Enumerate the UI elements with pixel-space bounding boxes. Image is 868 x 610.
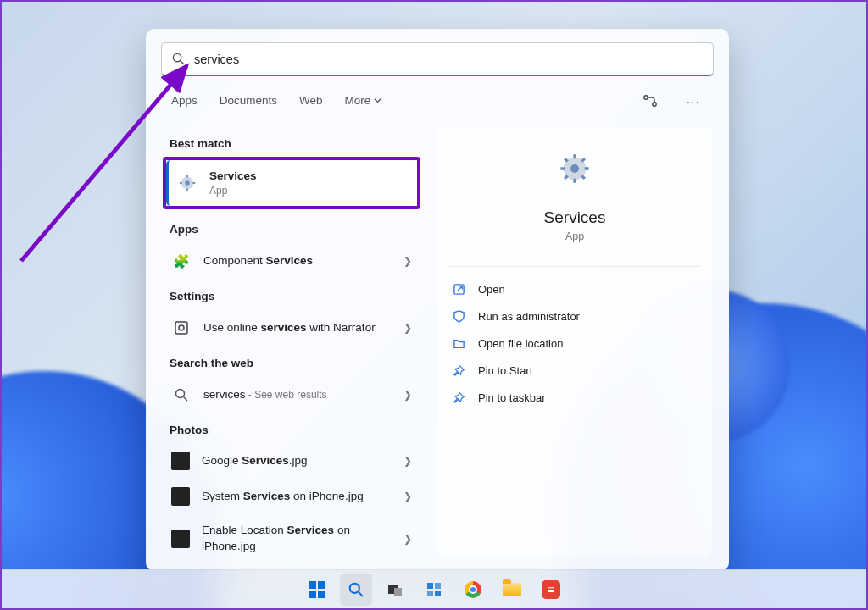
section-photos: Photos [163, 413, 420, 443]
photo-thumbnail [171, 452, 190, 470]
taskbar-widgets-button[interactable] [418, 574, 450, 606]
detail-pane: Services App Open Run as administrator O… [437, 127, 712, 557]
svg-point-15 [570, 164, 579, 173]
svg-line-20 [565, 158, 568, 162]
chevron-right-icon: ❯ [403, 455, 412, 467]
detail-subtitle: App [565, 230, 584, 242]
result-photo[interactable]: System Services on iPhone.jpg ❯ [163, 479, 420, 514]
shield-icon [453, 309, 466, 323]
chevron-right-icon: ❯ [403, 533, 412, 545]
search-input[interactable] [194, 53, 703, 66]
filter-tabs: Apps Documents Web More ··· [146, 76, 729, 125]
chevron-right-icon: ❯ [403, 389, 412, 401]
results-list: Best match Services App Apps 🧩 Component… [163, 127, 420, 557]
section-settings: Settings [163, 280, 420, 309]
photo-thumbnail [171, 530, 190, 548]
svg-line-23 [581, 158, 585, 162]
result-services-app[interactable]: Services App [166, 160, 417, 206]
action-open[interactable]: Open [449, 275, 700, 302]
taskbar: ≡ [2, 569, 866, 608]
svg-point-26 [350, 583, 359, 592]
more-options-icon[interactable]: ··· [683, 92, 704, 114]
chevron-right-icon: ❯ [403, 322, 412, 334]
online-services-icon [171, 318, 192, 338]
search-bar[interactable] [161, 42, 714, 76]
action-run-admin[interactable]: Run as administrator [449, 302, 700, 330]
svg-point-0 [173, 53, 181, 61]
folder-icon [453, 336, 466, 350]
section-best-match: Best match [163, 127, 420, 157]
todoist-icon: ≡ [542, 580, 560, 599]
tab-documents[interactable]: Documents [220, 94, 277, 112]
tab-more[interactable]: More [345, 94, 382, 112]
search-icon [172, 53, 186, 66]
svg-point-11 [179, 325, 184, 330]
result-photo[interactable]: Google Services.jpg ❯ [163, 443, 420, 479]
taskbar-todoist[interactable]: ≡ [535, 574, 567, 606]
taskbar-search-button[interactable] [340, 574, 372, 606]
section-search-web: Search the web [163, 347, 420, 376]
tab-apps[interactable]: Apps [171, 94, 198, 112]
windows-logo-icon [309, 581, 326, 598]
folder-icon [503, 583, 521, 596]
search-icon [171, 385, 192, 405]
gear-icon [177, 173, 198, 193]
action-pin-taskbar[interactable]: Pin to taskbar [449, 384, 700, 411]
svg-point-5 [185, 180, 190, 186]
widgets-icon [426, 581, 442, 598]
start-search-panel: Apps Documents Web More ··· Best match S… [146, 29, 729, 571]
svg-line-13 [184, 397, 188, 402]
svg-line-1 [181, 61, 184, 64]
svg-point-2 [643, 96, 647, 99]
open-icon [453, 282, 466, 296]
taskbar-start-button[interactable] [301, 574, 333, 606]
taskbar-chrome[interactable] [457, 574, 489, 606]
result-subtitle: App [209, 184, 409, 197]
pin-icon [453, 391, 466, 404]
result-component-services[interactable]: 🧩 Component Services ❯ [163, 242, 420, 280]
photo-thumbnail [171, 487, 190, 506]
pin-icon [453, 363, 466, 377]
svg-line-22 [565, 175, 568, 179]
svg-rect-10 [175, 322, 187, 334]
svg-rect-32 [427, 591, 433, 596]
detail-title: Services [544, 208, 606, 227]
svg-point-3 [652, 103, 655, 106]
gear-icon [557, 151, 593, 186]
result-narrator-setting[interactable]: Use online services with Narrator ❯ [163, 309, 420, 347]
svg-point-12 [176, 390, 185, 398]
chrome-icon [465, 581, 481, 598]
action-pin-start[interactable]: Pin to Start [449, 357, 700, 384]
taskview-icon [387, 581, 403, 598]
svg-rect-33 [435, 591, 441, 596]
svg-line-27 [359, 591, 363, 596]
annotation-highlight: Services App [163, 157, 420, 209]
svg-rect-31 [435, 583, 441, 589]
flow-icon[interactable] [639, 90, 661, 115]
result-title: Services [209, 169, 409, 184]
taskbar-file-explorer[interactable] [496, 574, 528, 606]
svg-rect-29 [394, 588, 402, 596]
chevron-right-icon: ❯ [403, 491, 412, 502]
section-apps: Apps [163, 213, 420, 242]
action-open-location[interactable]: Open file location [449, 330, 700, 357]
component-icon: 🧩 [171, 251, 192, 271]
svg-rect-30 [427, 583, 433, 589]
chevron-right-icon: ❯ [403, 255, 412, 267]
search-icon [348, 582, 364, 597]
chevron-down-icon [374, 97, 381, 104]
tab-web[interactable]: Web [299, 94, 323, 112]
svg-line-21 [581, 175, 585, 179]
taskbar-taskview-button[interactable] [379, 574, 411, 606]
result-web-services[interactable]: services - See web results ❯ [163, 376, 420, 413]
result-photo[interactable]: Enable Location Services on iPhone.jpg ❯ [163, 514, 420, 557]
